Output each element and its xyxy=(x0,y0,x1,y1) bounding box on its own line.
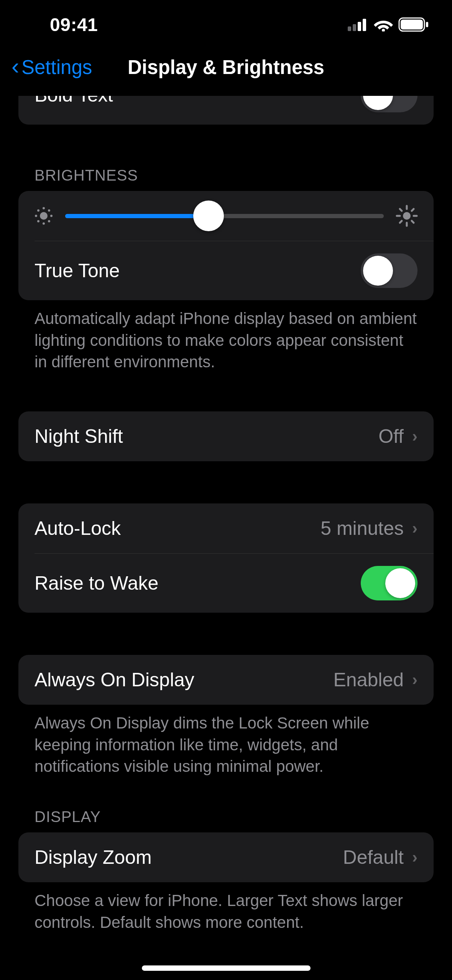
chevron-left-icon: ‹ xyxy=(12,53,19,79)
brightness-footer: Automatically adapt iPhone display based… xyxy=(18,300,434,373)
true-tone-label: True Tone xyxy=(35,260,120,282)
raise-to-wake-toggle[interactable] xyxy=(361,566,417,600)
status-bar: 09:41 xyxy=(0,0,452,38)
svg-point-14 xyxy=(48,209,50,212)
bold-text-toggle[interactable] xyxy=(361,96,417,112)
back-button[interactable]: ‹ Settings xyxy=(12,55,92,79)
svg-rect-1 xyxy=(353,24,356,31)
night-shift-group: Night Shift Off › xyxy=(18,411,434,461)
sun-bright-icon xyxy=(395,204,418,227)
display-zoom-value: Default xyxy=(343,846,404,868)
brightness-group: True Tone xyxy=(18,191,434,300)
always-on-value: Enabled xyxy=(334,669,404,691)
chevron-right-icon: › xyxy=(412,671,417,689)
svg-point-4 xyxy=(382,29,385,31)
always-on-display-row[interactable]: Always On Display Enabled › xyxy=(18,655,434,705)
auto-lock-value: 5 minutes xyxy=(321,517,404,539)
bold-text-row[interactable]: Bold Text xyxy=(18,96,434,125)
svg-point-16 xyxy=(48,220,50,222)
svg-rect-0 xyxy=(348,26,351,31)
display-footer: Choose a view for iPhone. Larger Text sh… xyxy=(18,882,434,933)
nav-header: ‹ Settings Display & Brightness xyxy=(0,38,452,96)
svg-point-8 xyxy=(40,212,48,220)
svg-rect-7 xyxy=(426,22,428,27)
raise-to-wake-row[interactable]: Raise to Wake xyxy=(18,554,434,613)
battery-icon xyxy=(398,17,429,32)
night-shift-value: Off xyxy=(378,425,404,447)
brightness-slider[interactable] xyxy=(65,214,384,218)
svg-point-11 xyxy=(35,215,37,217)
auto-lock-label: Auto-Lock xyxy=(35,517,121,539)
svg-line-23 xyxy=(412,221,414,223)
page-title: Display & Brightness xyxy=(128,56,324,79)
status-icons xyxy=(348,17,429,32)
svg-point-9 xyxy=(43,207,45,209)
svg-rect-6 xyxy=(401,20,423,30)
appearance-group: Bold Text xyxy=(18,96,434,125)
night-shift-row[interactable]: Night Shift Off › xyxy=(18,411,434,461)
raise-to-wake-label: Raise to Wake xyxy=(35,572,158,594)
svg-line-22 xyxy=(400,209,402,211)
display-zoom-label: Display Zoom xyxy=(35,846,152,868)
auto-lock-row[interactable]: Auto-Lock 5 minutes › xyxy=(18,503,434,553)
display-group: Display Zoom Default › xyxy=(18,832,434,882)
back-label: Settings xyxy=(21,56,92,79)
chevron-right-icon: › xyxy=(412,427,417,446)
sun-dim-icon xyxy=(34,206,54,226)
brightness-slider-row xyxy=(18,191,434,241)
status-time: 09:41 xyxy=(50,14,98,35)
svg-point-17 xyxy=(403,212,411,220)
chevron-right-icon: › xyxy=(412,848,417,867)
always-on-group: Always On Display Enabled › xyxy=(18,655,434,705)
svg-rect-2 xyxy=(358,22,361,31)
lock-group: Auto-Lock 5 minutes › Raise to Wake xyxy=(18,503,434,613)
svg-point-10 xyxy=(43,222,45,225)
chevron-right-icon: › xyxy=(412,519,417,538)
night-shift-label: Night Shift xyxy=(35,425,123,447)
svg-line-25 xyxy=(400,221,402,223)
display-header: DISPLAY xyxy=(18,808,434,832)
cellular-signal-icon xyxy=(348,18,368,31)
svg-point-15 xyxy=(37,220,39,222)
brightness-slider-thumb[interactable] xyxy=(193,201,224,231)
bold-text-label: Bold Text xyxy=(35,96,113,106)
true-tone-toggle[interactable] xyxy=(361,253,417,288)
svg-rect-3 xyxy=(363,19,366,31)
svg-line-24 xyxy=(412,209,414,211)
brightness-header: BRIGHTNESS xyxy=(18,167,434,191)
wifi-icon xyxy=(374,18,393,31)
true-tone-row[interactable]: True Tone xyxy=(18,241,434,300)
svg-point-13 xyxy=(37,209,39,212)
display-zoom-row[interactable]: Display Zoom Default › xyxy=(18,832,434,882)
always-on-label: Always On Display xyxy=(35,669,194,691)
always-on-footer: Always On Display dims the Lock Screen w… xyxy=(18,705,434,778)
svg-point-12 xyxy=(50,215,53,217)
home-indicator[interactable] xyxy=(142,965,311,971)
